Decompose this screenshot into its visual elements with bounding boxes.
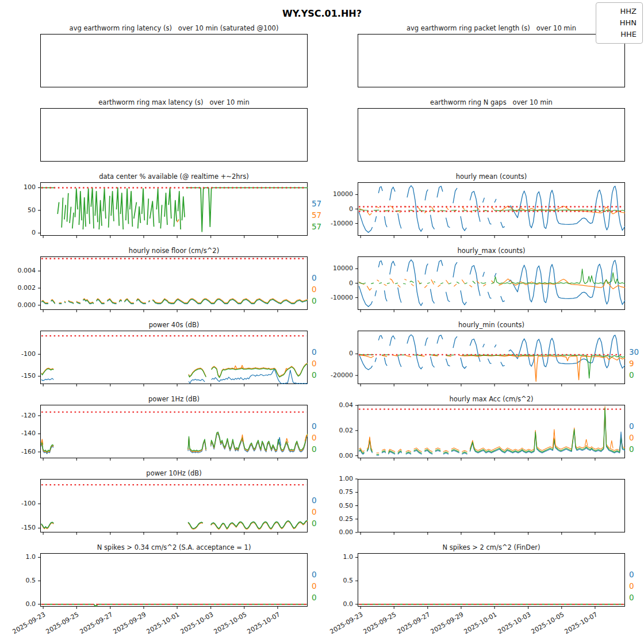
series-HHN-line bbox=[177, 220, 179, 223]
page-title: WY.YSC.01.HH? bbox=[0, 8, 644, 19]
series-HHN-line bbox=[41, 521, 308, 529]
panel-avg-ring-packet-length bbox=[358, 34, 625, 87]
series-HHE-line bbox=[359, 408, 625, 455]
y-tick-label: 0.00 bbox=[321, 528, 353, 536]
channel-value-label: 0 bbox=[629, 433, 634, 442]
panel-avg-ring-latency bbox=[40, 34, 308, 87]
panel-title: power 1Hz (dB) bbox=[40, 395, 308, 403]
x-tick-label-text: 2025-09-29 bbox=[112, 611, 148, 635]
legend-entry-hhe: HHE bbox=[596, 29, 637, 40]
y-tick-label: 0 bbox=[3, 229, 36, 236]
legend: HHZ HHN HHE bbox=[596, 2, 643, 44]
y-tick-label: -160 bbox=[3, 448, 36, 455]
figure: WY.YSC.01.HH? HHZ HHN HHE avg earthworm … bbox=[0, 0, 644, 644]
panel-title: N spikes > 0.34 cm/s^2 (S.A. acceptance … bbox=[40, 543, 308, 551]
y-tick-label: 0.02 bbox=[321, 427, 353, 434]
panel-title: hourly max Acc (cm/s^2) bbox=[358, 395, 625, 403]
series-HHE-line bbox=[41, 520, 308, 528]
y-tick-label: 0.00 bbox=[321, 452, 353, 459]
y-tick-label: 0.25 bbox=[321, 515, 353, 523]
x-tick-label-text: 2025-10-05 bbox=[212, 611, 248, 635]
series-HHN-line bbox=[359, 407, 625, 453]
panel-title: power 40s (dB) bbox=[40, 321, 308, 329]
panel-plot-n-spikes-finder bbox=[358, 553, 625, 607]
x-tick-label-text: 2025-10-03 bbox=[179, 611, 214, 635]
series-HHZ-line bbox=[359, 409, 625, 455]
series-HHE-line bbox=[41, 299, 308, 303]
panel-title: hourly_min (counts) bbox=[358, 321, 625, 329]
y-tick-label: 100 bbox=[3, 183, 36, 191]
panel-title: hourly noise floor (cm/s^2) bbox=[40, 247, 308, 255]
y-tick-label: 10000 bbox=[321, 190, 353, 198]
channel-value-label: 0 bbox=[312, 433, 317, 442]
panel-plot-hourly-max bbox=[358, 256, 625, 310]
panel-plot-hourly-max-acc bbox=[358, 405, 625, 458]
panel-plot-empty-axes bbox=[358, 479, 625, 532]
y-tick-label: -100 bbox=[3, 350, 36, 358]
y-tick-label: 1.0 bbox=[321, 553, 353, 561]
y-tick-label: -150 bbox=[3, 524, 36, 531]
y-tick-label: 0 bbox=[321, 205, 353, 213]
panel-plot-hourly-mean bbox=[358, 182, 625, 236]
y-tick-label: 0.000 bbox=[3, 301, 36, 309]
panel-plot-power-40s bbox=[40, 331, 308, 384]
panel-title: avg earthworm ring latency (s) over 10 m… bbox=[40, 24, 308, 32]
y-tick-label: 0.75 bbox=[321, 488, 353, 496]
y-tick-label: -10000 bbox=[321, 220, 353, 227]
y-tick-label: 10000 bbox=[321, 264, 353, 272]
y-tick-label: -100 bbox=[3, 500, 36, 507]
y-tick-label: 1.00 bbox=[321, 475, 353, 482]
y-tick-label: 0.0 bbox=[3, 600, 36, 608]
panel-title: hourly mean (counts) bbox=[358, 172, 625, 181]
y-tick-label: 0 bbox=[321, 279, 353, 287]
panel-title: data center % available (@ realtime +~2h… bbox=[40, 172, 308, 181]
channel-value-label: 0 bbox=[312, 296, 317, 305]
x-tick-label-text: 2025-10-01 bbox=[145, 611, 181, 635]
channel-value-label: 0 bbox=[312, 496, 317, 505]
legend-entry-hhn: HHN bbox=[596, 17, 637, 29]
channel-value-label: 0 bbox=[312, 507, 317, 516]
channel-value-label: 0 bbox=[629, 421, 634, 431]
panel-ring-max-latency bbox=[40, 108, 308, 162]
panel-plot-hourly-min bbox=[358, 331, 625, 384]
panel-plot-hourly-noise-floor bbox=[40, 256, 308, 310]
x-tick-label-text: 2025-09-29 bbox=[430, 611, 465, 635]
panel-plot-n-spikes-sa bbox=[40, 553, 308, 607]
channel-value-label: 57 bbox=[312, 222, 321, 231]
x-tick-label-text: 2025-10-05 bbox=[530, 611, 565, 635]
panel-title: hourly_max (counts) bbox=[358, 247, 625, 255]
panel-ring-n-gaps bbox=[358, 108, 625, 162]
x-tick-label-text: 2025-10-01 bbox=[463, 611, 499, 635]
panel-plot-power-10hz bbox=[40, 479, 308, 532]
channel-value-label: 0 bbox=[312, 581, 317, 591]
series-HHZ-line bbox=[620, 432, 623, 451]
channel-value-label: 0 bbox=[312, 444, 317, 454]
y-tick-label: 1.0 bbox=[3, 553, 36, 561]
channel-value-label: 0 bbox=[312, 570, 317, 579]
channel-value-label: 57 bbox=[312, 199, 321, 208]
channel-value-label: 0 bbox=[629, 593, 634, 602]
x-tick-label-text: 2025-10-07 bbox=[564, 611, 599, 635]
channel-value-label: 0 bbox=[629, 581, 634, 591]
x-tick-label-text: 2025-09-27 bbox=[78, 611, 114, 635]
channel-value-label: 0 bbox=[629, 444, 634, 454]
series-HHN-line bbox=[41, 363, 308, 377]
channel-value-label: 0 bbox=[312, 370, 317, 379]
x-tick-label-text: 2025-09-23 bbox=[329, 611, 365, 635]
panel-title: power 10Hz (dB) bbox=[40, 469, 308, 477]
x-tick-label-text: 2025-09-23 bbox=[12, 611, 47, 635]
panel-title: earthworm ring N gaps over 10 min bbox=[358, 98, 625, 106]
y-tick-label: 0.5 bbox=[321, 577, 353, 584]
y-tick-label: 0.04 bbox=[321, 401, 353, 409]
panel-plot-data-center-availability bbox=[40, 182, 308, 236]
series-HHN-line bbox=[369, 430, 614, 448]
panel-title: avg earthworm ring packet length (s) ove… bbox=[358, 24, 625, 32]
series-HHE-line bbox=[40, 188, 308, 232]
series-HHE-line bbox=[359, 269, 625, 284]
series-HHE-line bbox=[359, 354, 625, 378]
channel-value-label: 0 bbox=[312, 359, 317, 368]
y-tick-label: -20000 bbox=[321, 371, 353, 379]
channel-value-label: 0 bbox=[629, 570, 634, 579]
legend-entry-hhz: HHZ bbox=[596, 6, 637, 17]
y-tick-label: 0.5 bbox=[3, 577, 36, 584]
